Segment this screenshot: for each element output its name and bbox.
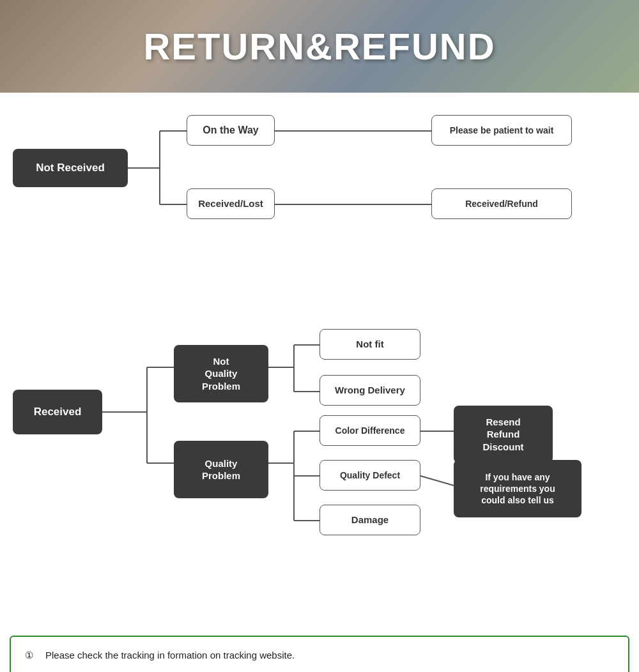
- note-text-1: Please check the tracking in formation o…: [45, 648, 295, 663]
- note-item-1: ① Please check the tracking in formation…: [25, 648, 614, 663]
- color-difference-node: Color Difference: [320, 415, 420, 446]
- notes-box: ① Please check the tracking in formation…: [10, 636, 629, 672]
- received-refund-node: Received/Refund: [431, 188, 572, 219]
- note-text-2: Please contact us by meesage, e-mail, or…: [45, 669, 288, 673]
- quality-defect-node: Quality Defect: [320, 460, 420, 491]
- damage-node: Damage: [320, 505, 420, 535]
- not-fit-node: Not fit: [320, 329, 420, 360]
- on-the-way-node: On the Way: [187, 115, 275, 146]
- note-number-2: ②: [25, 669, 39, 673]
- note-item-2: ② Please contact us by meesage, e-mail, …: [25, 669, 614, 673]
- page-title: RETURN&REFUND: [143, 25, 495, 68]
- svg-line-20: [420, 476, 454, 485]
- resend-refund-discount-node: Resend Refund Discount: [454, 406, 553, 463]
- note-number-1: ①: [25, 648, 39, 663]
- flowchart-container: Not Received On the Way Received/Lost Pl…: [6, 93, 633, 623]
- received-node: Received: [13, 390, 102, 434]
- please-wait-node: Please be patient to wait: [431, 115, 572, 146]
- not-received-node: Not Received: [13, 149, 128, 187]
- quality-problem-node: Quality Problem: [174, 441, 268, 498]
- if-you-have-node: If you have any requirements you could a…: [454, 460, 581, 517]
- header: RETURN&REFUND: [0, 0, 639, 93]
- wrong-delivery-node: Wrong Delivery: [320, 375, 420, 406]
- not-quality-problem-node: Not Quality Problem: [174, 345, 268, 402]
- received-lost-node: Received/Lost: [187, 188, 275, 219]
